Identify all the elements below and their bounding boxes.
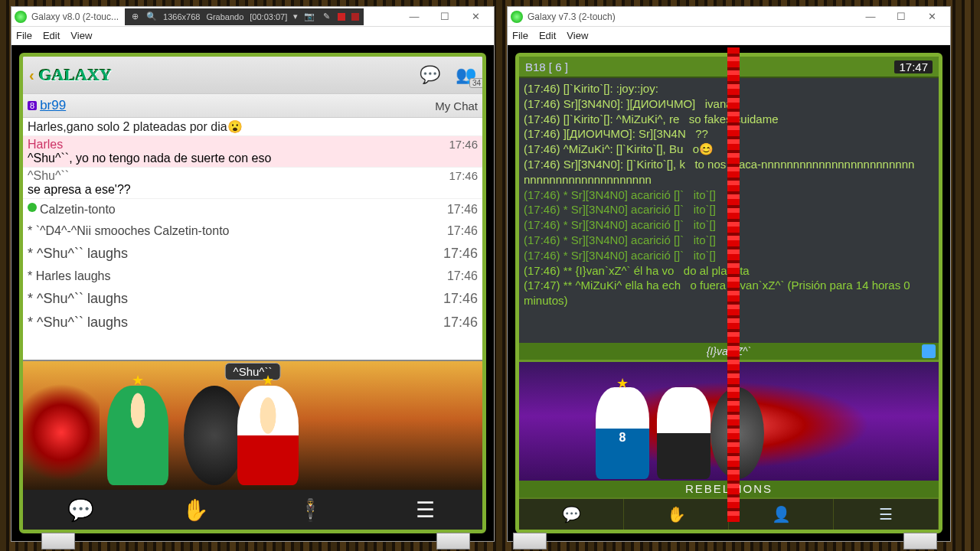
menubar-right: File Edit View (508, 27, 950, 45)
rec-label: Grabando (206, 12, 243, 21)
menu-view[interactable]: View (567, 30, 588, 41)
avatar[interactable] (657, 387, 710, 479)
chat-action: * Harles laughs17:46 (23, 266, 482, 287)
magnify-icon[interactable]: 🔍 (146, 11, 157, 22)
avatar[interactable]: ★8 (596, 387, 649, 479)
menu-file[interactable]: File (512, 30, 528, 41)
maximize-button[interactable]: ☐ (886, 8, 916, 25)
record-button[interactable] (338, 13, 345, 21)
chat-message: Harles,gano solo 2 plateadas por dia😮 (23, 118, 482, 136)
star-icon: ★ (616, 375, 629, 392)
avatar-stage[interactable]: ★8 REBELLIONS (519, 360, 939, 497)
nav-chat-icon[interactable]: 💬 (519, 499, 624, 530)
window-galaxy-v8: Galaxy v8.0 (2-touc... ⊕ 🔍 1366x768 Grab… (11, 6, 495, 542)
minimize-button[interactable]: — (855, 8, 886, 25)
avatar[interactable] (184, 386, 245, 485)
chat-line: (17:46) ** {I}van`xZ^` él ha vo do al pl… (524, 263, 934, 279)
avatar[interactable] (710, 387, 764, 479)
chat-action: * ^Shu^`` laughs17:46 (23, 242, 482, 266)
stage-label-bottom: REBELLIONS (519, 481, 939, 497)
bottom-nav: 💬 ✋ 🕴 ☰ (23, 490, 482, 530)
star-icon: ★ (262, 372, 274, 389)
taskbar-item[interactable] (513, 533, 547, 549)
chat-line: (17:46) * Sr][3N4N0] acarició []` ito`[] (524, 187, 934, 203)
menu-edit[interactable]: Edit (43, 30, 60, 41)
chat-line: (17:46) * Sr][3N4N0] acarició []` ito`[] (524, 202, 934, 217)
nav-hand-icon[interactable]: ✋ (624, 499, 729, 530)
avatar[interactable]: ★ (237, 386, 299, 485)
recording-toolbar: ⊕ 🔍 1366x768 Grabando [00:03:07] ▾ 📷 ✎ (125, 8, 364, 25)
nav-hand-icon[interactable]: ✋ (138, 490, 253, 530)
maximize-button[interactable]: ☐ (430, 8, 460, 25)
close-button[interactable]: ✕ (916, 8, 947, 25)
chat-line: (17:47) ** ^MiZuKi^ ella ha ech o fuera … (524, 278, 934, 308)
chat-presence: Calzetin-tonto 17:46 (23, 199, 482, 220)
back-icon[interactable]: ‹ (29, 67, 34, 84)
crosshair-icon[interactable]: ⊕ (129, 11, 140, 22)
rec-time: [00:03:07] (250, 12, 287, 21)
taskbar-item[interactable] (41, 533, 75, 549)
chat-line: (17:46) * Sr][3N4N0] acarició []` ito`[] (524, 217, 934, 233)
rec-resolution: 1366x768 (163, 12, 200, 21)
menubar-left: File Edit View (11, 27, 494, 45)
app-inner-left: ‹ GALAXY 💬 👥34 8 br99 My Chat Harles,gan… (19, 53, 486, 533)
avatar[interactable]: ★ (107, 386, 168, 485)
menu-view[interactable]: View (70, 30, 92, 41)
bottom-nav: 💬 ✋ 👤 ☰ (519, 497, 939, 530)
app-header: ‹ GALAXY 💬 👥34 (23, 57, 482, 93)
room-clock: 17:47 (894, 60, 933, 73)
chat-line: (17:46) * Sr][3N4N0] acarició []` ito`[] (524, 233, 934, 248)
camera-icon[interactable]: 📷 (304, 11, 315, 22)
chat-line: (17:46) Sr][3N4N0]: []`Kirito`[], k to n… (524, 157, 934, 187)
app-inner-right: B18 [ 6 ] 17:47 (17:46) []`Kirito`[]: :j… (515, 53, 942, 533)
chat-message: 17:46 ^Shu^`` se apresa a ese'?? (23, 168, 482, 199)
nav-menu-icon[interactable]: ☰ (368, 490, 482, 530)
menu-file[interactable]: File (16, 30, 32, 41)
chat-line: (17:46) Sr][3N4N0]: ][ДИОИЧМО] ivana (524, 96, 934, 112)
dropdown-icon[interactable]: ▾ (293, 11, 298, 21)
globe-icon[interactable] (922, 344, 936, 358)
close-button[interactable]: ✕ (460, 8, 491, 25)
titlebar-right[interactable]: Galaxy v7.3 (2-touch) — ☐ ✕ (508, 7, 950, 27)
chat-line: (17:46) ^MiZuKi^: []`Kirito`[], Bu o😊 (524, 142, 934, 157)
chat-bubble-icon[interactable]: 💬 (420, 65, 440, 85)
app-frame-right: B18 [ 6 ] 17:47 (17:46) []`Kirito`[]: :j… (508, 45, 950, 541)
nav-person-icon[interactable]: 👤 (729, 499, 834, 530)
taskbar-item[interactable] (436, 533, 470, 549)
window-title: Galaxy v7.3 (2-touch) (528, 11, 616, 22)
titlebar-left[interactable]: Galaxy v8.0 (2-touc... ⊕ 🔍 1366x768 Grab… (11, 7, 494, 27)
effect-glow (23, 375, 100, 490)
online-icon (28, 203, 37, 212)
app-icon (511, 11, 523, 23)
chat-pane-left[interactable]: Harles,gano solo 2 plateadas por dia😮 17… (23, 118, 482, 360)
chat-action: * `^D4^-^Nii smooches Calzetin-tonto17:4… (23, 220, 482, 242)
avatar-stage[interactable]: ^Shu^`` ★ ★ (23, 360, 482, 490)
minimize-button[interactable]: — (399, 8, 430, 25)
chat-pane-right[interactable]: (17:46) []`Kirito`[]: :joy::joy: (17:46)… (519, 78, 939, 360)
galaxy-logo: GALAXY (39, 65, 112, 85)
taskbar-item[interactable] (903, 533, 937, 549)
room-bar: 8 br99 My Chat (23, 93, 482, 118)
people-count-badge: 34 (469, 78, 484, 88)
window-galaxy-v73: Galaxy v7.3 (2-touch) — ☐ ✕ File Edit Vi… (507, 6, 951, 542)
room-name[interactable]: B18 [ 6 ] (525, 60, 568, 73)
chat-action: * ^Shu^`` laughs17:46 (23, 287, 482, 311)
app-frame-left: ‹ GALAXY 💬 👥34 8 br99 My Chat Harles,gan… (11, 45, 494, 541)
chat-line: (17:46) ][ДИОИЧМО]: Sr][3N4N ?? (524, 126, 934, 142)
nav-chat-icon[interactable]: 💬 (23, 490, 138, 530)
my-chat-link[interactable]: My Chat (435, 99, 478, 112)
room-name-link[interactable]: br99 (40, 98, 66, 113)
menu-edit[interactable]: Edit (539, 30, 556, 41)
stop-button[interactable] (351, 13, 359, 21)
pencil-icon[interactable]: ✎ (321, 11, 332, 22)
chat-line: (17:46) []`Kirito`[]: :joy::joy: (524, 81, 934, 96)
room-bar: B18 [ 6 ] 17:47 (519, 57, 939, 78)
nav-person-icon[interactable]: 🕴 (253, 490, 368, 530)
stage-label-top: {I}va xZ^` (519, 343, 939, 360)
chat-line: (17:46) * Sr][3N4N0] acarició []` ito`[] (524, 248, 934, 263)
chat-action: * ^Shu^`` laughs17:46 (23, 311, 482, 334)
window-title: Galaxy v8.0 (2-touc... (31, 11, 119, 22)
room-badge: 8 (28, 101, 37, 110)
nav-menu-icon[interactable]: ☰ (834, 499, 939, 530)
people-icon[interactable]: 👥34 (456, 65, 476, 85)
